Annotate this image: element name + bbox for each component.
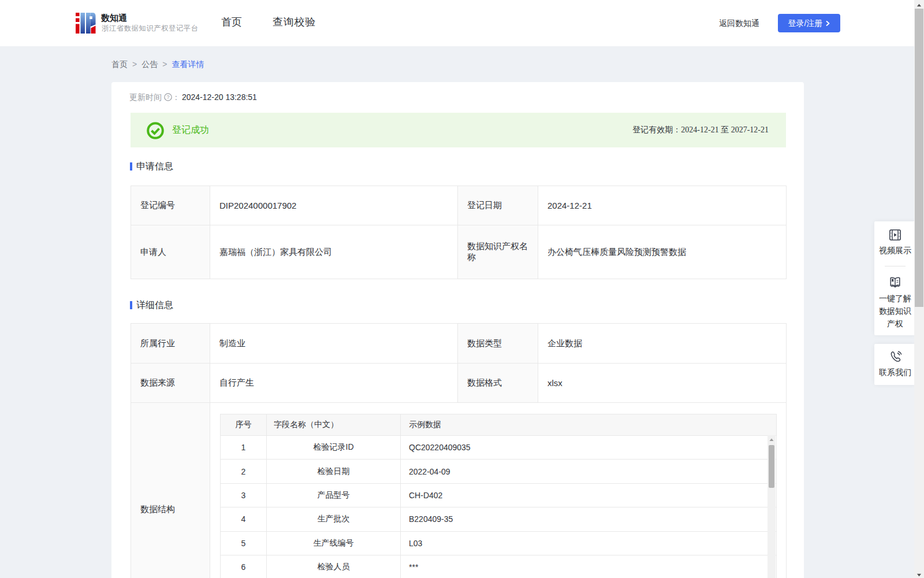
svg-text:?: ? [166,94,169,100]
